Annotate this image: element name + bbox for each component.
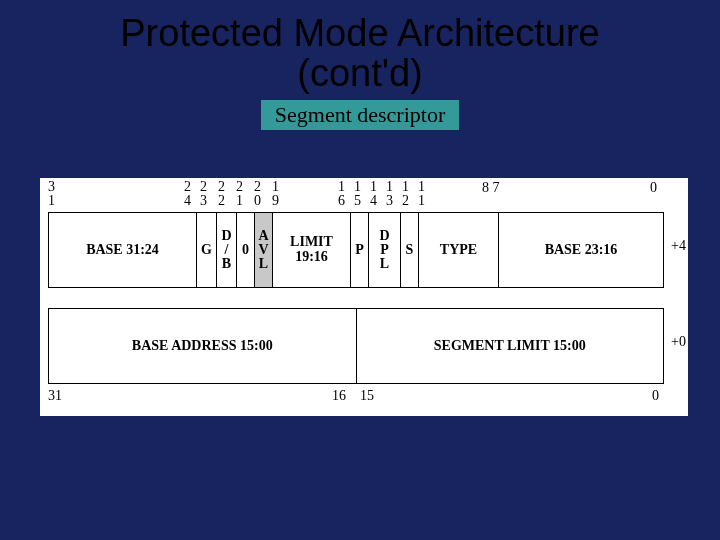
- bit-numbers-top: 31 24 23 22 21 20 19 16 15 14 13 12 11 8…: [48, 180, 664, 210]
- segment-descriptor-diagram: 31 24 23 22 21 20 19 16 15 14 13 12 11 8…: [40, 178, 688, 416]
- bit-label: 8 7: [482, 180, 500, 196]
- field-avl: AVL: [255, 213, 273, 288]
- field-base-hi: BASE 31:24: [49, 213, 197, 288]
- subtitle-box: Segment descriptor: [261, 100, 459, 130]
- row0-table: BASE ADDRESS 15:00 SEGMENT LIMIT 15:00: [48, 308, 664, 384]
- title-line1: Protected Mode Architecture: [120, 12, 599, 54]
- bit-label: 0: [652, 388, 659, 404]
- slide-title: Protected Mode Architecture (cont'd): [0, 0, 720, 94]
- field-type: TYPE: [419, 213, 499, 288]
- field-limit-lo: SEGMENT LIMIT 15:00: [356, 309, 664, 384]
- field-dpl: DPL: [369, 213, 401, 288]
- bit-label: 31: [48, 388, 62, 404]
- slide: Protected Mode Architecture (cont'd) Seg…: [0, 0, 720, 540]
- bit-label: 15: [360, 388, 374, 404]
- subtitle-wrap: Segment descriptor: [0, 94, 720, 130]
- subtitle-text: Segment descriptor: [275, 102, 445, 127]
- bit-label: 12: [402, 180, 409, 208]
- field-s: S: [401, 213, 419, 288]
- bit-label: 24: [184, 180, 191, 208]
- field-db: D/B: [217, 213, 237, 288]
- field-zero: 0: [237, 213, 255, 288]
- field-base-mid: BASE 23:16: [499, 213, 664, 288]
- bit-label: 20: [254, 180, 261, 208]
- bit-label: 23: [200, 180, 207, 208]
- bit-label: 14: [370, 180, 377, 208]
- bit-label: 16: [338, 180, 345, 208]
- offset-plus4: +4: [671, 238, 686, 254]
- field-g: G: [197, 213, 217, 288]
- bit-label: 13: [386, 180, 393, 208]
- bit-label: 15: [354, 180, 361, 208]
- field-base-lo: BASE ADDRESS 15:00: [49, 309, 357, 384]
- bit-label: 31: [48, 180, 55, 208]
- offset-plus0: +0: [671, 334, 686, 350]
- bit-label: 21: [236, 180, 243, 208]
- bit-label: 11: [418, 180, 425, 208]
- bit-label: 22: [218, 180, 225, 208]
- field-limit-hi: LIMIT19:16: [273, 213, 351, 288]
- bit-label: 19: [272, 180, 279, 208]
- bit-label: 16: [332, 388, 346, 404]
- row4-table: BASE 31:24 G D/B 0 AVL LIMIT19:16 P DPL …: [48, 212, 664, 288]
- field-p: P: [351, 213, 369, 288]
- bit-label: 0: [650, 180, 657, 196]
- descriptor-row-plus4: BASE 31:24 G D/B 0 AVL LIMIT19:16 P DPL …: [48, 212, 664, 288]
- title-line2: (cont'd): [297, 52, 423, 94]
- descriptor-row-plus0: BASE ADDRESS 15:00 SEGMENT LIMIT 15:00: [48, 308, 664, 384]
